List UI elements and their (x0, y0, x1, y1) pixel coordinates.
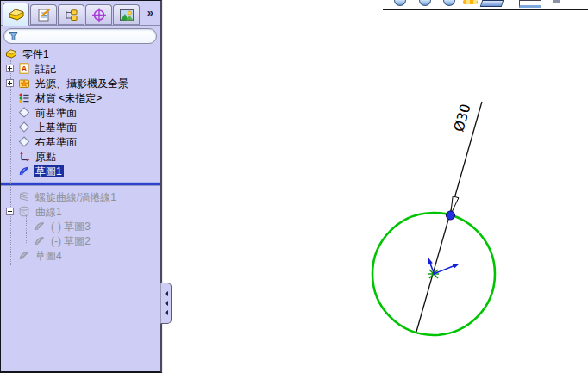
tree-item-icon (4, 48, 17, 59)
tree-item-icon (33, 235, 46, 246)
filter-input[interactable] (22, 30, 151, 42)
tree-item-icon (17, 250, 30, 261)
toolbar-dash-icon[interactable] (553, 0, 560, 3)
collapse-arrow-icon (165, 291, 168, 296)
toolbar-sparkle-icon[interactable] (463, 0, 478, 4)
tree-item-icon (17, 78, 30, 89)
tree-item[interactable]: 螺旋曲線/渦捲線1 (1, 190, 160, 204)
annotations-icon: A (18, 63, 30, 74)
tree-item-icon (17, 165, 30, 177)
tree-item-icon (17, 136, 30, 147)
collapse-arrow-icon (165, 310, 168, 315)
panel-splitter-handle[interactable] (160, 283, 172, 324)
tab-displaymanager[interactable] (113, 4, 140, 25)
tree-item[interactable]: 前基準面 (1, 105, 160, 120)
tree-item-label: 上基準面 (34, 121, 78, 134)
filter-funnel-icon (9, 31, 18, 41)
tree-item[interactable]: (-) 草圖2 (1, 233, 160, 248)
tree-item-label: 螺旋曲線/渦捲線1 (34, 191, 118, 203)
helix-icon (18, 191, 30, 202)
tree-item[interactable]: 原點 (1, 149, 160, 164)
tree-item[interactable]: (-) 草圖3 (1, 219, 160, 233)
propertymanager-icon (35, 8, 53, 22)
origin-icon (18, 151, 30, 162)
plane-icon (18, 136, 30, 147)
tabs-overflow-chevron[interactable]: » (147, 6, 153, 19)
plane-icon (18, 107, 30, 118)
feature-tree: 零件1A註記光源、攝影機及全景材質 <未指定>前基準面上基準面右基準面原點草圖1… (1, 47, 160, 263)
dimxpertmanager-icon (91, 8, 108, 22)
tree-filter (3, 28, 157, 44)
panel-tabs: » (1, 1, 160, 26)
tree-item-label: 曲線1 (34, 206, 64, 218)
tree-item[interactable]: 材質 <未指定> (1, 90, 160, 105)
tree-item-label: 註記 (34, 63, 58, 75)
sketch-point[interactable] (447, 211, 455, 220)
toolbar-boxout-icon[interactable] (519, 0, 541, 8)
featuremanager-icon (8, 7, 25, 22)
tab-dimxpertmanager[interactable] (85, 4, 112, 25)
tree-item-icon (17, 107, 30, 118)
svg-text:A: A (21, 65, 27, 73)
toolbar-bottom-edge (383, 9, 588, 10)
tree-item-icon (17, 92, 30, 103)
tree-item-label: 草圖4 (34, 250, 64, 262)
material-icon (18, 92, 30, 103)
tree-item-label: 材質 <未指定> (34, 92, 103, 104)
tree-item-icon (17, 191, 30, 202)
feature-manager-panel: » 零件1A註記光源、攝影機及全景材質 <未指定>前基準面上基準面右基準面原點草… (0, 0, 162, 373)
part-icon (5, 48, 17, 59)
expand-plus-icon[interactable] (6, 65, 14, 72)
expand-plus-icon[interactable] (6, 79, 14, 87)
plane-icon (18, 121, 30, 133)
curve-icon (18, 206, 30, 217)
tree-item-icon (33, 221, 46, 232)
tree-item-icon: A (17, 63, 30, 74)
tree-item-label: 草圖1 (34, 165, 64, 177)
tree-item-label: 光源、攝影機及全景 (34, 78, 130, 90)
sketch-gray-icon (34, 221, 46, 232)
rollback-bar[interactable] (1, 182, 160, 186)
tab-configurationmanager[interactable] (58, 4, 84, 25)
configurationmanager-icon (63, 8, 80, 22)
tree-item-label: (-) 草圖2 (49, 235, 92, 247)
lights-icon (18, 78, 30, 89)
dimension-text[interactable]: Ø30 (450, 102, 473, 134)
origin-axis-arrowhead (453, 264, 460, 269)
displaymanager-icon (118, 8, 135, 22)
toolbar-box3d-icon[interactable] (480, 0, 504, 7)
tree-item[interactable]: 光源、攝影機及全景 (1, 76, 160, 90)
tree-item[interactable]: 草圖1 (1, 164, 160, 178)
sketch-gray-icon (34, 235, 46, 246)
tree-item[interactable]: 曲線1 (1, 204, 160, 219)
sketch-gray-icon (18, 250, 30, 261)
sketch-icon (18, 165, 30, 177)
tree-item-label: 零件1 (21, 48, 51, 60)
tab-featuremanager[interactable] (3, 3, 29, 26)
tab-propertymanager[interactable] (30, 4, 57, 25)
tree-item[interactable]: A註記 (1, 61, 160, 76)
tree-item-label: 右基準面 (34, 136, 78, 148)
collapse-minus-icon[interactable] (6, 208, 14, 215)
tree-item-label: (-) 草圖3 (49, 221, 92, 233)
origin-axis-arrow[interactable] (434, 265, 455, 274)
origin-axis-arrowhead (428, 257, 433, 265)
tree-item-label: 原點 (34, 151, 58, 163)
tree-item[interactable]: 草圖4 (1, 248, 160, 263)
tree-item-label: 前基準面 (34, 107, 78, 119)
tree-item[interactable]: 零件1 (1, 47, 160, 61)
tree-item-icon (17, 151, 30, 162)
tree-item[interactable]: 右基準面 (1, 134, 160, 149)
collapse-arrow-icon (165, 301, 168, 306)
tree-item-icon (17, 206, 30, 217)
tree-item-icon (17, 121, 30, 133)
tree-item[interactable]: 上基準面 (1, 120, 160, 134)
